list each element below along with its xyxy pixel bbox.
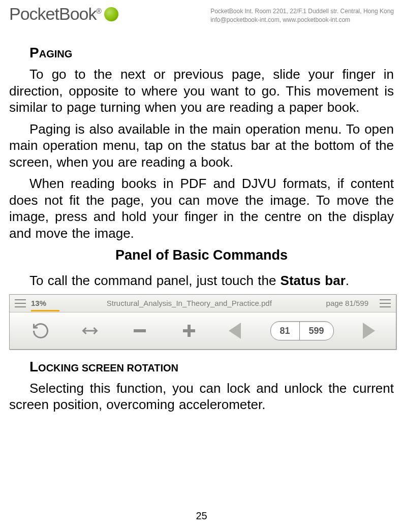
reading-progress-bar [31, 310, 59, 311]
prev-page-icon[interactable] [229, 323, 241, 339]
paragraph-paging-1: To go to the next or previous page, slid… [9, 66, 394, 116]
brand-circle-icon [104, 7, 118, 21]
page-number-footer: 25 [0, 510, 403, 522]
heading-locking: LOCKING SCREEN ROTATION [29, 359, 394, 375]
heading-paging: PAGING [29, 45, 394, 61]
paragraph-panel-intro: To call the command panel, just touch th… [9, 272, 394, 289]
current-page: 81 [271, 322, 300, 340]
company-line-2: info@pocketbook-int.com, www.pocketbook-… [210, 16, 394, 24]
document-header: PocketBook® PocketBook Int. Room 2201, 2… [0, 0, 403, 35]
menu-right-icon[interactable] [380, 299, 391, 307]
brand-logo: PocketBook® [9, 4, 118, 24]
fit-width-icon[interactable] [80, 321, 100, 341]
company-line-1: PocketBook Int. Room 2201, 22/F.1 Duddel… [210, 7, 394, 16]
zoom-out-icon[interactable] [130, 321, 150, 341]
command-panel-screenshot: 13% Structural_Analysis_In_Theory_and_Pr… [9, 294, 396, 350]
paragraph-paging-3: When reading books in PDF and DJVU forma… [9, 175, 394, 241]
document-filename: Structural_Analysis_In_Theory_and_Practi… [52, 299, 326, 307]
company-address: PocketBook Int. Room 2201, 22/F.1 Duddel… [210, 4, 394, 24]
rotate-icon[interactable] [30, 321, 51, 341]
heading-panel-commands: Panel of Basic Commands [9, 247, 394, 263]
menu-left-icon[interactable] [15, 299, 26, 307]
page-content: PAGING To go to the next or previous pag… [0, 35, 403, 413]
total-pages: 599 [300, 322, 333, 340]
page-indicator: page 81/599 [326, 299, 368, 307]
zoom-in-icon[interactable] [179, 321, 199, 341]
next-page-icon[interactable] [363, 323, 375, 339]
svg-rect-2 [188, 325, 191, 337]
page-number-box[interactable]: 81 599 [270, 321, 334, 340]
svg-rect-0 [134, 329, 146, 332]
command-toolbar: 81 599 [10, 312, 396, 349]
status-bar[interactable]: 13% Structural_Analysis_In_Theory_and_Pr… [10, 295, 396, 312]
brand-wordmark: PocketBook® [9, 4, 101, 24]
paragraph-paging-2: Paging is also available in the main ope… [9, 121, 394, 171]
paragraph-locking-1: Selecting this function, you can lock an… [9, 380, 394, 413]
battery-percent: 13% [31, 299, 46, 307]
